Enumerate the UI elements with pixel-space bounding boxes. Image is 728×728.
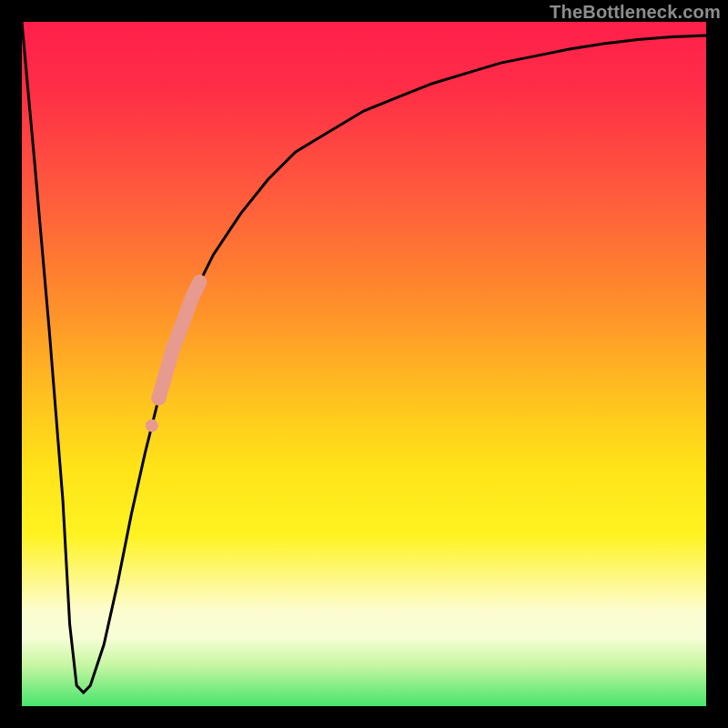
plot-area <box>22 22 706 706</box>
highlight-segment <box>158 282 199 399</box>
curve-svg <box>22 22 706 706</box>
watermark-label: TheBottleneck.com <box>550 2 721 23</box>
chart-frame: TheBottleneck.com <box>0 0 728 728</box>
highlight-dot-2 <box>146 420 158 432</box>
highlight-dot-1 <box>151 391 166 406</box>
bottleneck-curve <box>22 22 706 693</box>
